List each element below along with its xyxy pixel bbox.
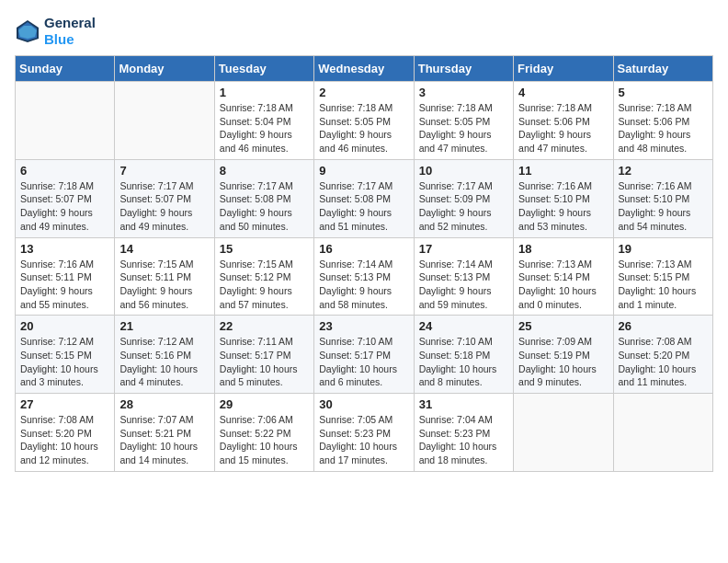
calendar-cell: 5Sunrise: 7:18 AM Sunset: 5:06 PM Daylig… bbox=[613, 82, 712, 160]
day-info: Sunrise: 7:18 AM Sunset: 5:06 PM Dayligh… bbox=[518, 101, 608, 155]
day-info: Sunrise: 7:05 AM Sunset: 5:23 PM Dayligh… bbox=[319, 413, 408, 467]
calendar-cell bbox=[514, 394, 613, 472]
calendar-cell: 3Sunrise: 7:18 AM Sunset: 5:05 PM Daylig… bbox=[414, 82, 513, 160]
day-number: 14 bbox=[119, 242, 209, 256]
day-info: Sunrise: 7:18 AM Sunset: 5:04 PM Dayligh… bbox=[220, 101, 309, 155]
day-info: Sunrise: 7:09 AM Sunset: 5:19 PM Dayligh… bbox=[518, 335, 608, 389]
day-info: Sunrise: 7:14 AM Sunset: 5:13 PM Dayligh… bbox=[419, 258, 508, 312]
calendar-cell: 26Sunrise: 7:08 AM Sunset: 5:20 PM Dayli… bbox=[613, 316, 712, 394]
day-info: Sunrise: 7:17 AM Sunset: 5:07 PM Dayligh… bbox=[119, 179, 209, 234]
day-info: Sunrise: 7:15 AM Sunset: 5:11 PM Dayligh… bbox=[119, 258, 209, 312]
logo: General Blue bbox=[15, 15, 96, 48]
day-info: Sunrise: 7:10 AM Sunset: 5:18 PM Dayligh… bbox=[419, 335, 508, 389]
day-number: 3 bbox=[419, 86, 508, 99]
day-info: Sunrise: 7:17 AM Sunset: 5:08 PM Dayligh… bbox=[220, 179, 309, 234]
calendar-cell: 11Sunrise: 7:16 AM Sunset: 5:10 PM Dayli… bbox=[514, 159, 613, 237]
calendar-cell: 16Sunrise: 7:14 AM Sunset: 5:13 PM Dayli… bbox=[314, 237, 414, 316]
day-number: 19 bbox=[619, 242, 708, 256]
day-number: 5 bbox=[619, 86, 708, 99]
logo-icon bbox=[15, 18, 40, 44]
calendar-cell: 23Sunrise: 7:10 AM Sunset: 5:17 PM Dayli… bbox=[314, 316, 414, 394]
calendar-cell: 2Sunrise: 7:18 AM Sunset: 5:05 PM Daylig… bbox=[314, 82, 414, 160]
calendar-cell: 4Sunrise: 7:18 AM Sunset: 5:06 PM Daylig… bbox=[514, 82, 613, 160]
calendar-cell: 31Sunrise: 7:04 AM Sunset: 5:23 PM Dayli… bbox=[414, 394, 513, 472]
day-number: 12 bbox=[619, 164, 708, 178]
day-number: 17 bbox=[419, 242, 508, 256]
day-number: 18 bbox=[518, 242, 608, 256]
day-info: Sunrise: 7:14 AM Sunset: 5:13 PM Dayligh… bbox=[319, 258, 408, 312]
day-info: Sunrise: 7:08 AM Sunset: 5:20 PM Dayligh… bbox=[619, 335, 708, 389]
day-info: Sunrise: 7:18 AM Sunset: 5:07 PM Dayligh… bbox=[20, 179, 109, 234]
weekday-header-saturday: Saturday bbox=[613, 56, 712, 82]
day-number: 4 bbox=[518, 86, 608, 99]
calendar-cell: 9Sunrise: 7:17 AM Sunset: 5:08 PM Daylig… bbox=[314, 159, 414, 237]
day-info: Sunrise: 7:12 AM Sunset: 5:16 PM Dayligh… bbox=[119, 335, 209, 389]
calendar-cell bbox=[115, 82, 214, 160]
calendar-week-1: 1Sunrise: 7:18 AM Sunset: 5:04 PM Daylig… bbox=[16, 82, 713, 160]
weekday-header-wednesday: Wednesday bbox=[314, 56, 414, 82]
day-number: 2 bbox=[319, 86, 408, 99]
day-number: 16 bbox=[319, 242, 408, 256]
day-info: Sunrise: 7:16 AM Sunset: 5:11 PM Dayligh… bbox=[20, 258, 109, 312]
calendar-week-3: 13Sunrise: 7:16 AM Sunset: 5:11 PM Dayli… bbox=[16, 237, 713, 316]
day-number: 1 bbox=[220, 86, 309, 99]
day-number: 26 bbox=[619, 319, 708, 333]
day-number: 31 bbox=[419, 397, 508, 411]
calendar-cell: 15Sunrise: 7:15 AM Sunset: 5:12 PM Dayli… bbox=[214, 237, 313, 316]
day-info: Sunrise: 7:10 AM Sunset: 5:17 PM Dayligh… bbox=[319, 335, 408, 389]
weekday-header-tuesday: Tuesday bbox=[214, 56, 313, 82]
calendar-cell: 21Sunrise: 7:12 AM Sunset: 5:16 PM Dayli… bbox=[115, 316, 214, 394]
day-info: Sunrise: 7:04 AM Sunset: 5:23 PM Dayligh… bbox=[419, 413, 508, 467]
day-number: 7 bbox=[119, 164, 209, 178]
day-info: Sunrise: 7:13 AM Sunset: 5:14 PM Dayligh… bbox=[518, 258, 608, 312]
day-number: 28 bbox=[119, 397, 209, 411]
day-number: 23 bbox=[319, 319, 408, 333]
calendar-cell: 6Sunrise: 7:18 AM Sunset: 5:07 PM Daylig… bbox=[16, 159, 115, 237]
day-number: 11 bbox=[518, 164, 608, 178]
day-number: 13 bbox=[20, 242, 109, 256]
page-header: General Blue bbox=[15, 15, 713, 48]
day-number: 6 bbox=[20, 164, 109, 178]
day-number: 8 bbox=[220, 164, 309, 178]
calendar-cell bbox=[613, 394, 712, 472]
calendar-cell: 30Sunrise: 7:05 AM Sunset: 5:23 PM Dayli… bbox=[314, 394, 414, 472]
day-info: Sunrise: 7:06 AM Sunset: 5:22 PM Dayligh… bbox=[220, 413, 309, 467]
day-number: 22 bbox=[220, 319, 309, 333]
calendar-cell: 25Sunrise: 7:09 AM Sunset: 5:19 PM Dayli… bbox=[514, 316, 613, 394]
weekday-header-friday: Friday bbox=[514, 56, 613, 82]
calendar-header-row: SundayMondayTuesdayWednesdayThursdayFrid… bbox=[16, 56, 713, 82]
calendar-cell: 29Sunrise: 7:06 AM Sunset: 5:22 PM Dayli… bbox=[214, 394, 313, 472]
calendar-cell: 10Sunrise: 7:17 AM Sunset: 5:09 PM Dayli… bbox=[414, 159, 513, 237]
calendar-cell: 1Sunrise: 7:18 AM Sunset: 5:04 PM Daylig… bbox=[214, 82, 313, 160]
calendar-cell: 20Sunrise: 7:12 AM Sunset: 5:15 PM Dayli… bbox=[16, 316, 115, 394]
calendar-cell: 14Sunrise: 7:15 AM Sunset: 5:11 PM Dayli… bbox=[115, 237, 214, 316]
weekday-header-sunday: Sunday bbox=[16, 56, 115, 82]
day-number: 30 bbox=[319, 397, 408, 411]
day-info: Sunrise: 7:16 AM Sunset: 5:10 PM Dayligh… bbox=[518, 179, 608, 234]
calendar-week-2: 6Sunrise: 7:18 AM Sunset: 5:07 PM Daylig… bbox=[16, 159, 713, 237]
calendar-cell: 19Sunrise: 7:13 AM Sunset: 5:15 PM Dayli… bbox=[613, 237, 712, 316]
calendar-table: SundayMondayTuesdayWednesdayThursdayFrid… bbox=[15, 55, 713, 472]
calendar-cell: 8Sunrise: 7:17 AM Sunset: 5:08 PM Daylig… bbox=[214, 159, 313, 237]
day-info: Sunrise: 7:17 AM Sunset: 5:09 PM Dayligh… bbox=[419, 179, 508, 234]
calendar-week-5: 27Sunrise: 7:08 AM Sunset: 5:20 PM Dayli… bbox=[16, 394, 713, 472]
day-number: 27 bbox=[20, 397, 109, 411]
calendar-cell: 24Sunrise: 7:10 AM Sunset: 5:18 PM Dayli… bbox=[414, 316, 513, 394]
day-info: Sunrise: 7:16 AM Sunset: 5:10 PM Dayligh… bbox=[619, 179, 708, 234]
day-number: 24 bbox=[419, 319, 508, 333]
calendar-cell: 12Sunrise: 7:16 AM Sunset: 5:10 PM Dayli… bbox=[613, 159, 712, 237]
calendar-week-4: 20Sunrise: 7:12 AM Sunset: 5:15 PM Dayli… bbox=[16, 316, 713, 394]
day-number: 20 bbox=[20, 319, 109, 333]
calendar-cell: 27Sunrise: 7:08 AM Sunset: 5:20 PM Dayli… bbox=[16, 394, 115, 472]
calendar-cell: 7Sunrise: 7:17 AM Sunset: 5:07 PM Daylig… bbox=[115, 159, 214, 237]
day-number: 25 bbox=[518, 319, 608, 333]
day-number: 10 bbox=[419, 164, 508, 178]
calendar-cell: 28Sunrise: 7:07 AM Sunset: 5:21 PM Dayli… bbox=[115, 394, 214, 472]
logo-text: General Blue bbox=[44, 15, 96, 48]
calendar-cell: 22Sunrise: 7:11 AM Sunset: 5:17 PM Dayli… bbox=[214, 316, 313, 394]
day-info: Sunrise: 7:12 AM Sunset: 5:15 PM Dayligh… bbox=[20, 335, 109, 389]
day-number: 21 bbox=[119, 319, 209, 333]
weekday-header-monday: Monday bbox=[115, 56, 214, 82]
day-info: Sunrise: 7:17 AM Sunset: 5:08 PM Dayligh… bbox=[319, 179, 408, 234]
day-info: Sunrise: 7:15 AM Sunset: 5:12 PM Dayligh… bbox=[220, 258, 309, 312]
